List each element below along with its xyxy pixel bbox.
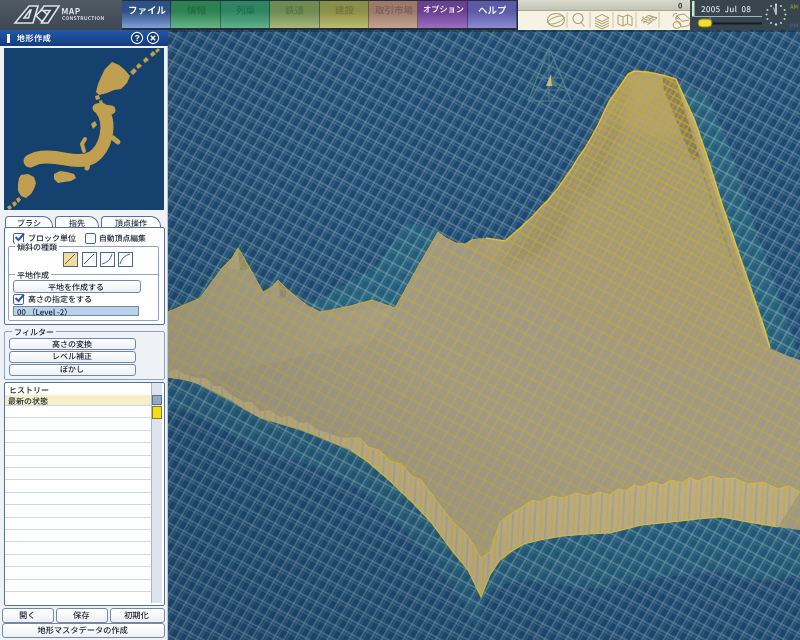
svg-text:?: ? [134,33,139,43]
